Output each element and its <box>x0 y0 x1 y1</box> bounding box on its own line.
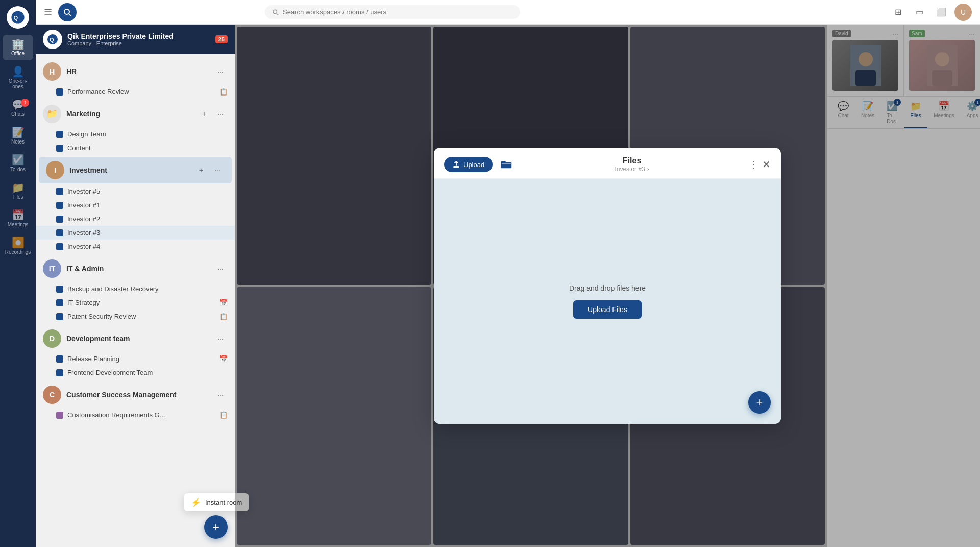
user-avatar[interactable]: U <box>954 4 972 21</box>
room-color-performance <box>56 88 63 96</box>
room-investor4[interactable]: Investor #4 <box>36 240 235 253</box>
room-investor2[interactable]: Investor #2 <box>36 212 235 226</box>
workspace-it-admin: IT IT & Admin ··· Backup and Disaster Re… <box>36 255 235 323</box>
app-logo[interactable]: Q <box>7 6 29 29</box>
folder-icon-button[interactable] <box>498 156 515 173</box>
room-frontend-dev[interactable]: Frontend Development Team <box>36 366 235 379</box>
workspace-header-investment[interactable]: I Investment + ··· <box>39 157 232 183</box>
room-color-investor3 <box>56 229 63 236</box>
modal-close-button[interactable]: ✕ <box>762 158 771 171</box>
room-content[interactable]: Content <box>36 141 235 155</box>
workspace-more-dev[interactable]: ··· <box>213 331 228 346</box>
modal-overlay[interactable]: Upload Files Investor #3 <box>235 25 980 547</box>
sidebar-item-chats[interactable]: 1 💬 Chats <box>3 96 33 121</box>
workspace-header-csm[interactable]: C Customer Success Management ··· <box>36 382 235 408</box>
room-name-performance-review: Performance Review <box>67 88 215 96</box>
room-release-planning[interactable]: Release Planning 📅 <box>36 352 235 366</box>
workspace-header-marketing[interactable]: 📁 Marketing + ··· <box>36 101 235 127</box>
workspace-more-marketing[interactable]: ··· <box>213 107 228 121</box>
upload-button-label: Upload <box>463 161 484 169</box>
workspace-header-dev[interactable]: D Development team ··· <box>36 325 235 352</box>
svg-point-2 <box>64 9 69 14</box>
search-icon-button[interactable] <box>58 3 77 21</box>
workspace-more-it[interactable]: ··· <box>213 261 228 276</box>
sidebar-item-recordings[interactable]: ⏺️ Recordings <box>3 233 33 259</box>
room-color-it-strategy <box>56 299 63 306</box>
expand-icon[interactable]: ⬜ <box>933 4 949 20</box>
room-color-backup <box>56 286 63 293</box>
sidebar-item-files[interactable]: 📁 Files <box>3 178 33 204</box>
room-icon-patent: 📋 <box>219 313 228 320</box>
workspace-actions-marketing: + ··· <box>197 107 228 121</box>
room-performance-review[interactable]: Performance Review 📋 <box>36 85 235 99</box>
room-it-strategy[interactable]: IT Strategy 📅 <box>36 296 235 310</box>
room-name-design-team: Design Team <box>67 130 228 138</box>
svg-rect-14 <box>453 166 459 168</box>
room-icon-release: 📅 <box>219 355 228 363</box>
room-color-investor4 <box>56 243 63 250</box>
main-area: ☰ ⊞ ▭ ⬜ U <box>36 0 980 547</box>
room-name-investor4: Investor #4 <box>67 243 228 250</box>
avatar-dev: D <box>43 329 61 348</box>
sidebar-item-one-on-ones[interactable]: 👤 One-on-ones <box>3 62 33 93</box>
svg-text:Q: Q <box>14 15 18 21</box>
avatar-hr: H <box>43 62 61 81</box>
room-color-release <box>56 355 63 363</box>
sidebar-item-meetings[interactable]: 📅 Meetings <box>3 206 33 231</box>
upload-button[interactable]: Upload <box>444 157 493 172</box>
workspace-header-hr[interactable]: H HR ··· <box>36 58 235 85</box>
upload-files-button[interactable]: Upload Files <box>573 300 642 319</box>
room-name-customisation: Customisation Requirements G... <box>67 411 215 419</box>
svg-line-5 <box>277 13 278 15</box>
content-wrapper: Q Qik Enterprises Private Limited Compan… <box>36 25 980 547</box>
room-backup-recovery[interactable]: Backup and Disaster Recovery <box>36 282 235 296</box>
drop-text: Drag and drop files here <box>569 284 646 292</box>
workspace-more-hr[interactable]: ··· <box>213 64 228 79</box>
room-investor3[interactable]: Investor #3 <box>36 226 235 240</box>
hamburger-menu[interactable]: ☰ <box>44 7 52 18</box>
workspace-header-it[interactable]: IT IT & Admin ··· <box>36 255 235 282</box>
sidebar-item-notes[interactable]: 📝 Notes <box>3 123 33 149</box>
room-patent-security[interactable]: Patent Security Review 📋 <box>36 310 235 323</box>
add-room-investment[interactable]: + <box>194 163 208 177</box>
room-name-frontend: Frontend Development Team <box>67 369 228 376</box>
room-investor5[interactable]: Investor #5 <box>36 184 235 198</box>
breadcrumb-arrow: › <box>647 165 649 173</box>
room-name-investor3: Investor #3 <box>67 229 228 236</box>
grid-view-icon[interactable]: ⊞ <box>890 4 906 20</box>
room-investor1[interactable]: Investor #1 <box>36 198 235 212</box>
files-modal: Upload Files Investor #3 <box>434 148 781 424</box>
svg-line-3 <box>69 14 71 16</box>
search-input[interactable] <box>283 8 513 16</box>
avatar-marketing: 📁 <box>43 105 61 123</box>
sidebar-item-todos[interactable]: ☑️ To-dos <box>3 151 33 176</box>
room-color-design <box>56 131 63 138</box>
sidebar-label-chats: Chats <box>11 111 24 117</box>
workspace-more-investment[interactable]: ··· <box>210 163 225 177</box>
breadcrumb-text: Investor #3 <box>615 165 645 173</box>
workspace-actions-dev: ··· <box>213 331 228 346</box>
room-color-patent <box>56 313 63 320</box>
modal-actions: ⋮ ✕ <box>749 158 771 171</box>
layout-icon[interactable]: ▭ <box>912 4 928 20</box>
room-name-patent: Patent Security Review <box>67 313 215 320</box>
room-customisation[interactable]: Customisation Requirements G... 📋 <box>36 408 235 422</box>
add-room-marketing[interactable]: + <box>197 107 211 121</box>
modal-body: Drag and drop files here Upload Files + <box>434 179 781 424</box>
create-fab-button[interactable]: + <box>204 515 228 539</box>
workspace-more-csm[interactable]: ··· <box>213 388 228 402</box>
search-bar[interactable] <box>265 5 520 19</box>
room-name-release: Release Planning <box>67 355 215 363</box>
room-icon-performance: 📋 <box>219 88 228 96</box>
workspace-marketing: 📁 Marketing + ··· Design Team Content <box>36 101 235 155</box>
sidebar-label-notes: Notes <box>11 139 24 145</box>
workspaces-list: H HR ··· Performance Review 📋 <box>36 54 235 547</box>
modal-more-button[interactable]: ⋮ <box>749 159 758 170</box>
modal-fab-button[interactable]: + <box>748 391 771 414</box>
room-design-team[interactable]: Design Team <box>36 127 235 141</box>
top-bar: ☰ ⊞ ▭ ⬜ U <box>36 0 980 25</box>
workspace-actions-csm: ··· <box>213 388 228 402</box>
sidebar-item-office[interactable]: 🏢 Office <box>3 35 33 60</box>
workspace-dev: D Development team ··· Release Planning … <box>36 325 235 379</box>
room-name-investor1: Investor #1 <box>67 201 228 209</box>
